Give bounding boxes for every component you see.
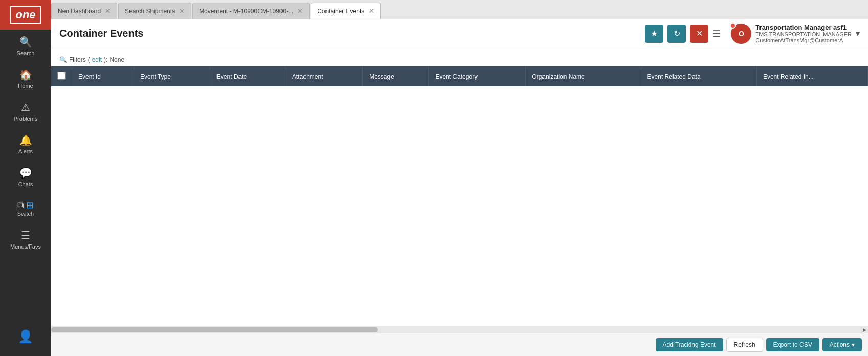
page-title: Container Events <box>59 28 143 39</box>
tab-container-events[interactable]: Container Events ✕ <box>311 3 381 19</box>
sidebar-item-problems[interactable]: ⚠ Problems <box>0 95 51 128</box>
favorite-button[interactable]: ★ <box>645 25 663 43</box>
scroll-thumb[interactable] <box>51 327 378 332</box>
sidebar-item-problems-label: Problems <box>14 116 37 122</box>
filters-edit-paren-close: ): <box>104 56 107 63</box>
hamburger-icon[interactable]: ☰ <box>712 28 721 39</box>
avatar: O <box>731 24 751 44</box>
sidebar: one 🔍 Search 🏠 Home ⚠ Problems 🔔 Alerts … <box>0 0 51 356</box>
page-header: Container Events ★ ↻ ✕ ☰ O Transportatio… <box>51 19 868 48</box>
close-button[interactable]: ✕ <box>690 25 708 43</box>
col-message-label: Message <box>369 73 394 80</box>
col-org-name: Organization Name <box>526 66 641 86</box>
user-email: CustomerAtTransMgr@CustomerA <box>755 37 852 43</box>
tab-neo-dashboard[interactable]: Neo Dashboard ✕ <box>51 3 117 19</box>
tab-neo-dashboard-close[interactable]: ✕ <box>105 7 111 15</box>
bell-icon: 🔔 <box>19 134 32 146</box>
user-name: Transportation Manager asf1 <box>755 24 852 31</box>
close-icon: ✕ <box>696 29 703 38</box>
data-table-wrapper[interactable]: Event Id Event Type Event Date Attachmen… <box>51 66 868 326</box>
filters-value: None <box>110 56 124 63</box>
user-area: O Transportation Manager asf1 TMS.TRANSP… <box>731 24 860 44</box>
sidebar-item-user[interactable]: 👤 <box>0 323 51 352</box>
sidebar-item-chats[interactable]: 💬 Chats <box>0 161 51 193</box>
content-area: 🔍 Filters ( edit ): None Event Id <box>51 48 868 356</box>
logo-text: one <box>10 6 40 24</box>
tab-movement-close[interactable]: ✕ <box>297 7 303 15</box>
main-area: Neo Dashboard ✕ Search Shipments ✕ Movem… <box>51 0 868 356</box>
col-event-id: Event Id <box>72 66 134 86</box>
select-all-checkbox[interactable] <box>57 72 66 80</box>
data-table: Event Id Event Type Event Date Attachmen… <box>51 66 868 86</box>
chat-icon: 💬 <box>19 167 32 179</box>
tab-search-shipments-close[interactable]: ✕ <box>179 7 185 15</box>
tab-bar: Neo Dashboard ✕ Search Shipments ✕ Movem… <box>51 0 868 19</box>
filters-edit-link[interactable]: edit <box>92 56 102 63</box>
col-attachment-label: Attachment <box>292 73 323 80</box>
sidebar-item-home[interactable]: 🏠 Home <box>0 62 51 95</box>
tab-search-shipments-label: Search Shipments <box>125 8 175 15</box>
avatar-text: O <box>739 30 744 38</box>
sidebar-item-search-label: Search <box>17 50 35 56</box>
col-event-category: Event Category <box>429 66 526 86</box>
col-event-category-label: Event Category <box>435 73 478 80</box>
add-tracking-event-button[interactable]: Add Tracking Event <box>656 338 723 351</box>
sidebar-item-chats-label: Chats <box>18 181 33 187</box>
sidebar-item-home-label: Home <box>18 83 33 89</box>
footer-actions: Add Tracking Event Refresh Export to CSV… <box>51 333 868 356</box>
menu-icon: ☰ <box>21 229 30 241</box>
sidebar-item-search[interactable]: 🔍 Search <box>0 30 51 62</box>
actions-button[interactable]: Actions ▾ <box>822 338 862 351</box>
refresh-footer-button[interactable]: Refresh <box>726 338 763 352</box>
actions-chevron-icon: ▾ <box>852 341 855 348</box>
sidebar-item-alerts[interactable]: 🔔 Alerts <box>0 128 51 161</box>
export-csv-button[interactable]: Export to CSV <box>766 338 819 351</box>
home-icon: 🏠 <box>19 69 32 81</box>
filter-icon: 🔍 <box>59 56 67 63</box>
switch-icon-1: ⧉ <box>17 200 24 210</box>
col-org-name-label: Organization Name <box>532 73 584 80</box>
col-event-related-in-label: Event Related In... <box>763 73 814 80</box>
horizontal-scrollbar[interactable]: ◀ ▶ <box>51 326 868 333</box>
col-event-related-data-label: Event Related Data <box>647 73 701 80</box>
col-message: Message <box>363 66 429 86</box>
switch-icon-2: ⊞ <box>26 200 34 210</box>
col-event-related-in: Event Related In... <box>756 66 867 86</box>
select-all-column <box>51 66 72 86</box>
refresh-icon: ↻ <box>674 29 680 38</box>
tab-neo-dashboard-label: Neo Dashboard <box>58 8 101 15</box>
scroll-right-arrow[interactable]: ▶ <box>861 326 868 333</box>
tab-container-events-close[interactable]: ✕ <box>368 7 374 15</box>
col-attachment: Attachment <box>286 66 362 86</box>
switch-icons: ⧉ ⊞ <box>17 199 34 211</box>
tab-movement[interactable]: Movement - M-10900CM-10900-... ✕ <box>192 3 310 19</box>
user-info: Transportation Manager asf1 TMS.TRANSPOR… <box>755 24 852 43</box>
sidebar-item-menus-label: Menus/Favs <box>10 243 41 250</box>
col-event-date: Event Date <box>210 66 286 86</box>
sidebar-item-switch[interactable]: ⧉ ⊞ Switch <box>0 193 51 223</box>
col-event-type-label: Event Type <box>140 73 171 80</box>
chevron-down-icon[interactable]: ▾ <box>856 29 860 38</box>
notification-dot <box>730 23 736 29</box>
user-role: TMS.TRANSPORTATION_MANAGER <box>755 31 852 37</box>
header-actions: ★ ↻ ✕ ☰ O Transportation Manager asf1 TM… <box>645 24 860 44</box>
col-event-id-label: Event Id <box>78 73 101 80</box>
actions-label: Actions <box>830 341 850 348</box>
col-event-type: Event Type <box>134 66 210 86</box>
warning-icon: ⚠ <box>21 101 30 114</box>
refresh-button[interactable]: ↻ <box>667 25 686 43</box>
user-circle-icon: 👤 <box>18 329 33 344</box>
filters-bar: 🔍 Filters ( edit ): None <box>51 53 868 66</box>
star-icon: ★ <box>650 29 658 38</box>
search-icon: 🔍 <box>19 36 32 48</box>
tab-container-events-label: Container Events <box>317 8 364 15</box>
table-header-row: Event Id Event Type Event Date Attachmen… <box>51 66 868 86</box>
col-event-related-data: Event Related Data <box>641 66 756 86</box>
sidebar-item-menus[interactable]: ☰ Menus/Favs <box>0 223 51 256</box>
col-event-date-label: Event Date <box>216 73 247 80</box>
tab-search-shipments[interactable]: Search Shipments ✕ <box>118 3 191 19</box>
tab-movement-label: Movement - M-10900CM-10900-... <box>199 8 293 15</box>
filters-edit-paren-open: ( <box>88 56 90 63</box>
sidebar-item-alerts-label: Alerts <box>18 148 33 154</box>
filters-label: Filters <box>69 56 86 63</box>
